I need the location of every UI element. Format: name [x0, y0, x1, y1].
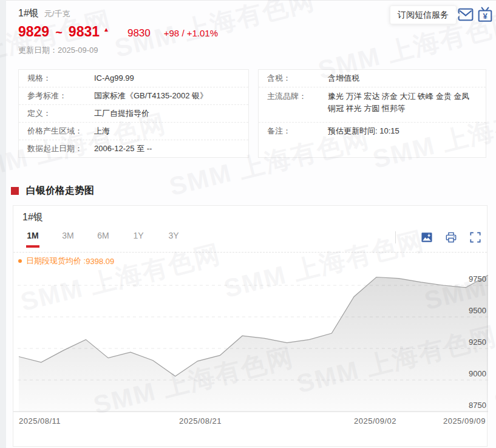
table-row: 定义： 工厂自提指导价 [19, 105, 248, 123]
tab-1y[interactable]: 1Y [132, 231, 145, 248]
section-bullet-icon [11, 187, 19, 195]
price-change: +98 / +1.01% [164, 28, 218, 38]
row-value: 2006-12-25 至 -- [94, 140, 240, 158]
table-row: 参考标准： 国家标准《GB/T4135-2002 银》 [19, 87, 248, 105]
x-axis-labels: 2025/08/11 2025/08/21 2025/09/02 2025/09… [13, 416, 487, 426]
tab-1m[interactable]: 1M [26, 231, 39, 248]
download-image-icon[interactable] [421, 232, 432, 243]
legend-value: 9398.09 [86, 257, 114, 266]
price-low: 9829 [18, 24, 49, 40]
spec-table: 规格： IC-Ag99.99 参考标准： 国家标准《GB/T4135-2002 … [18, 69, 249, 158]
row-label: 数据起止日期： [27, 140, 94, 158]
chart-section-header: 白银价格走势图 [11, 185, 94, 197]
chart-legend: 日期段现货均价 : 9398.09 [18, 256, 114, 266]
table-row: 规格： IC-Ag99.99 [19, 70, 248, 87]
svg-text:¥: ¥ [483, 12, 488, 21]
row-value: 预估更新时间: 10:15 [328, 123, 477, 140]
legend-label: 日期段现货均价 : [26, 256, 86, 266]
row-label: 参考标准： [27, 87, 94, 104]
subscribe-sms-tooltip-text: 订阅短信服务 [398, 10, 449, 19]
price-subscription-icon[interactable]: ¥ [477, 7, 493, 22]
price-unit: 元/千克 [44, 8, 70, 19]
row-label: 价格产生区域： [27, 123, 94, 140]
tax-brand-table: 含税： 含增值税 主流品牌： 豫光 万洋 宏达 济金 大江 铁峰 金贵 金凤 铜… [258, 69, 486, 158]
price-high: 9831 [69, 24, 100, 40]
row-label: 规格： [27, 70, 94, 87]
section-title: 白银价格走势图 [26, 185, 94, 197]
table-row: 价格产生区域： 上海 [19, 123, 248, 140]
page-title: 1#银 [18, 7, 39, 20]
chart-title: 1#银 [22, 211, 43, 224]
table-row: 数据起止日期： 2006-12-25 至 -- [19, 140, 248, 158]
tab-3y[interactable]: 3Y [167, 231, 180, 248]
row-label: 主流品牌： [267, 90, 328, 122]
content-panel: 1#银 元/千克 9829 ~ 9831 ▲ 9830 +98 / +1.01%… [6, 0, 496, 448]
price-header: 1#银 元/千克 [18, 7, 70, 20]
period-tabs: 1M 3M 6M 1Y 3Y [26, 231, 202, 248]
chart-toolbar [395, 231, 481, 243]
subscribe-sms-tooltip: 订阅短信服务 [390, 5, 457, 24]
row-label: 含税： [267, 70, 328, 87]
price-range-separator: ~ [55, 25, 63, 39]
legend-dot-icon [18, 259, 22, 263]
update-date-label: 更新日期： [18, 46, 58, 55]
fullscreen-icon[interactable] [470, 232, 481, 243]
table-row: 含税： 含增值税 [259, 70, 486, 87]
price-chart-card: 1#银 1M 3M 6M 1Y 3Y [13, 205, 488, 447]
row-value: 工厂自提指导价 [94, 105, 240, 122]
tab-6m[interactable]: 6M [97, 231, 110, 248]
update-date-row: 更新日期：2025-09-09 [18, 45, 98, 56]
update-date-value: 2025-09-09 [58, 46, 98, 55]
row-value: IC-Ag99.99 [94, 70, 240, 87]
print-icon[interactable] [446, 232, 457, 243]
table-row: 备注： 预估更新时间: 10:15 [259, 123, 486, 140]
table-row: 主流品牌： 豫光 万洋 宏达 济金 大江 铁峰 金贵 金凤 铜冠 祥光 方圆 恒… [259, 87, 486, 123]
price-trend-chart[interactable]: 97509500925090008750 [13, 266, 488, 412]
row-value: 豫光 万洋 宏达 济金 大江 铁峰 金贵 金凤 铜冠 祥光 方圆 恒邦等 [328, 90, 477, 122]
row-value: 含增值税 [328, 70, 477, 87]
average-price: 9830 [127, 27, 151, 39]
row-label: 定义： [27, 105, 94, 122]
toolbar-divider [395, 231, 396, 243]
row-label: 备注： [267, 123, 328, 140]
row-value: 上海 [94, 123, 240, 140]
x-tick-label: 2025/08/11 [19, 416, 61, 426]
row-value: 国家标准《GB/T4135-2002 银》 [94, 87, 240, 104]
x-tick-label: 2025/09/02 [354, 416, 396, 426]
x-tick-label: 2025/08/21 [179, 416, 222, 426]
x-tick-label: 2025/09/09 [443, 416, 486, 426]
trend-up-icon: ▲ [103, 26, 109, 33]
price-row: 9829 ~ 9831 ▲ 9830 +98 / +1.01% [18, 24, 218, 40]
tab-3m[interactable]: 3M [61, 231, 75, 248]
card-divider [13, 252, 487, 253]
